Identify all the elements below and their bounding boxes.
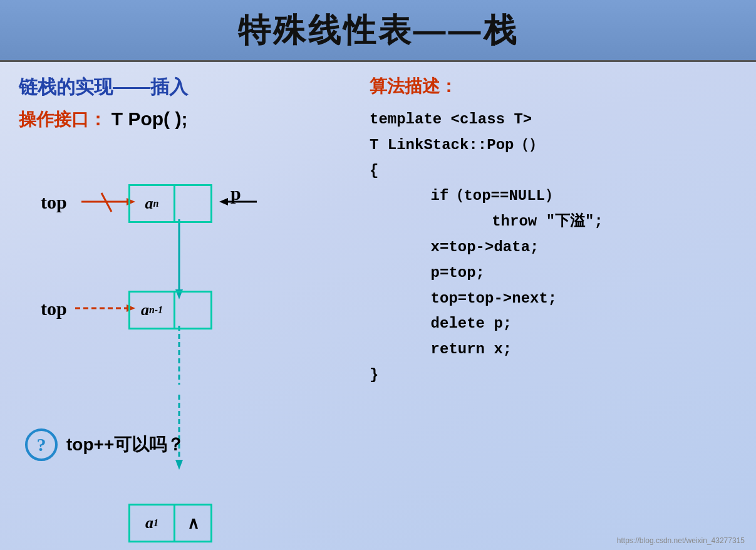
code-line-2: T LinkStack::Pop（） — [370, 133, 737, 158]
slide-title: 特殊线性表——栈 — [238, 12, 519, 48]
code-line-9: delete p; — [370, 311, 737, 337]
code-line-10: return x; — [370, 337, 737, 363]
node-top: an — [128, 184, 212, 223]
operation-code: T Pop( ); — [111, 108, 188, 129]
question-icon: ? — [25, 428, 58, 461]
code-line-6: x=top->data; — [370, 235, 737, 261]
top-label-2: top — [41, 298, 67, 319]
code-block: template <class T> T LinkStack::Pop（） { … — [370, 107, 737, 388]
node-mid: an-1 — [128, 291, 212, 329]
code-line-1: template <class T> — [370, 107, 737, 133]
stack-diagram: a_n-1 --> an — [19, 147, 319, 472]
svg-marker-12 — [175, 460, 183, 470]
question-area: ? top++可以吗？ — [25, 428, 184, 461]
svg-marker-10 — [175, 385, 179, 396]
node-bot-data: a1 — [130, 506, 175, 541]
watermark: https://blog.csdn.net/weixin_43277315 — [617, 536, 745, 545]
operation-label: 操作接口： T Pop( ); — [19, 108, 344, 132]
node-bot: a1 ∧ — [128, 504, 212, 542]
algo-title: 算法描述： — [370, 75, 737, 98]
code-line-8: top=top->next; — [370, 286, 737, 312]
code-line-4: if（top==NULL） — [370, 184, 737, 209]
operation-prefix: 操作接口： — [19, 110, 106, 129]
top-label-1: top — [41, 192, 67, 213]
question-text: top++可以吗？ — [66, 433, 184, 457]
node-top-data: an — [130, 186, 175, 221]
main-content: 链栈的实现——插入 操作接口： T Pop( ); — [0, 62, 756, 550]
header-bar: 特殊线性表——栈 — [0, 0, 756, 62]
code-line-7: p=top; — [370, 261, 737, 286]
right-panel: 算法描述： template <class T> T LinkStack::Po… — [344, 75, 737, 549]
svg-marker-4 — [219, 198, 228, 205]
node-mid-data: an-1 — [130, 293, 175, 328]
code-line-11: } — [370, 363, 737, 388]
code-line-3: { — [370, 158, 737, 184]
left-panel: 链栈的实现——插入 操作接口： T Pop( ); — [19, 75, 344, 549]
slide-container: 特殊线性表——栈 链栈的实现——插入 操作接口： T Pop( ); — [0, 0, 756, 550]
code-line-5: throw "下溢"; — [370, 209, 737, 235]
section-subtitle: 链栈的实现——插入 — [19, 75, 344, 100]
p-label: p — [230, 183, 241, 204]
node-top-next — [175, 186, 210, 221]
node-mid-next — [175, 293, 210, 328]
node-bot-null: ∧ — [175, 506, 210, 541]
